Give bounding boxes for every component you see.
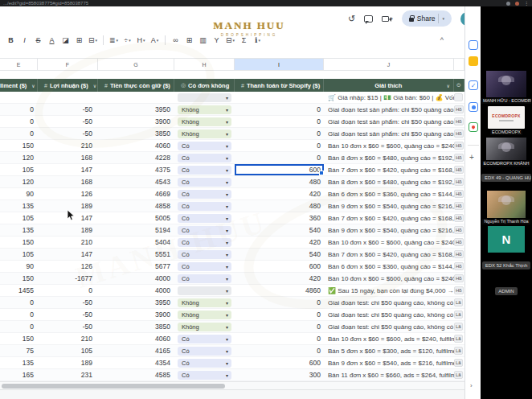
order-dropdown-chip[interactable]: Không▾ [178, 130, 231, 138]
cell-profit[interactable]: 126 [38, 188, 98, 200]
cell-shopify[interactable]: 0 [235, 104, 324, 115]
cell-note[interactable]: Bán 8 đơn x $60 = $480, quảng cáo = $192… [324, 152, 454, 163]
cell-profit[interactable]: -50 [38, 297, 98, 308]
cell-tag[interactable]: Hồ [454, 164, 464, 175]
order-dropdown-chip[interactable]: Không▾ [178, 323, 231, 331]
cell-cash[interactable]: 3950 [98, 297, 174, 308]
cell-profit[interactable]: -50 [38, 321, 98, 332]
cell-tag[interactable]: Lã [454, 333, 464, 344]
cell-tag[interactable]: Hồ [454, 285, 464, 296]
cell-order[interactable]: Có▾ [174, 212, 235, 224]
participant-logo-tile[interactable]: ECOMDROPX [488, 106, 525, 129]
cell-fulfillment[interactable]: 90 [0, 188, 38, 200]
order-dropdown-chip[interactable]: Có▾ [178, 371, 231, 380]
cell-fulfillment[interactable]: 0 [0, 297, 38, 308]
cell-cash[interactable]: 4165 [98, 345, 174, 356]
cell-cash[interactable]: 4669 [98, 188, 174, 200]
cell-cash[interactable]: 5551 [98, 249, 174, 260]
chevron-down-icon[interactable]: ∨ [31, 83, 35, 88]
tag-chip[interactable]: Hồ [454, 166, 464, 174]
cell-tag[interactable] [454, 92, 464, 103]
cell-profit[interactable]: 189 [38, 200, 98, 212]
cell-tag[interactable]: Lã [454, 321, 464, 332]
cell-tag[interactable]: Hồ [454, 188, 464, 200]
order-dropdown-chip[interactable]: Có▾ [178, 190, 231, 199]
share-button[interactable]: Share ▾ [402, 10, 452, 27]
cell-tag[interactable]: Lã [454, 369, 464, 380]
order-dropdown-chip[interactable]: Không▾ [178, 311, 231, 319]
cell-fulfillment[interactable]: 90 [0, 261, 38, 272]
toolbar-create-filter-icon[interactable]: Y [211, 34, 223, 47]
extension-icon[interactable] [515, 2, 519, 6]
toolbar-table-views-icon[interactable]: ⊟▾ [224, 34, 236, 47]
participant-video-tile[interactable] [487, 191, 526, 218]
toolbar-functions-icon[interactable]: Σ [238, 34, 250, 47]
cell-fulfillment[interactable]: 135 [0, 357, 38, 368]
participant-video-tile[interactable] [486, 71, 526, 97]
cell-tag[interactable]: Hồ [454, 212, 464, 224]
toolbar-more-icon[interactable]: ℹ▾ [252, 34, 264, 47]
column-letter-F[interactable]: F [38, 59, 98, 70]
cell-note[interactable]: Bán 10 đơn x $60 = $600, quảng cáo = $24… [324, 237, 454, 248]
cell-shopify[interactable]: 420 [235, 188, 324, 200]
column-letter-J[interactable]: J [324, 59, 454, 70]
cell-tag[interactable]: Lã [454, 345, 464, 356]
cell-fulfillment[interactable]: 75 [0, 345, 38, 356]
comment-icon[interactable] [364, 15, 373, 23]
cell-shopify[interactable]: 540 [235, 224, 324, 236]
cell-shopify[interactable]: 480 [235, 200, 324, 212]
tag-chip[interactable]: Lã [454, 347, 463, 355]
cell-profit[interactable]: 147 [38, 249, 98, 260]
cell-profit[interactable]: -50 [38, 309, 98, 320]
order-dropdown-chip[interactable]: Có▾ [178, 142, 231, 150]
cell-shopify[interactable]: 600 [235, 357, 324, 368]
cell-note[interactable]: Bán 7 đơn x $60 = $420, quảng cáo = $168… [324, 249, 454, 260]
cell-order[interactable]: Có▾ [174, 357, 235, 368]
cell-tag[interactable]: Hồ [454, 128, 464, 139]
cell-order[interactable]: Có▾ [174, 273, 235, 284]
cell-note[interactable]: Bán 11 đơn x $60 = $660, ads = $264, ful… [324, 369, 454, 380]
cell-tag[interactable]: Hồ [454, 176, 464, 187]
tag-chip[interactable]: Lã [454, 371, 463, 379]
cell-tag[interactable]: Lã [454, 309, 464, 320]
tag-chip[interactable]: Hồ [454, 154, 464, 162]
tag-chip[interactable]: Hồ [454, 214, 464, 222]
tag-chip[interactable]: Hồ [454, 286, 464, 294]
toolbar-borders-icon[interactable]: ⊞ [73, 34, 85, 47]
cell-order[interactable]: Có▾ [174, 237, 235, 248]
tag-chip[interactable] [454, 93, 463, 101]
participant-initial-tile[interactable]: N [488, 226, 525, 253]
cell-tag[interactable]: Hồ [454, 116, 464, 127]
order-dropdown-chip[interactable]: Có▾ [178, 166, 231, 175]
toolbar-strikethrough-icon[interactable]: S [32, 34, 44, 47]
cell-profit[interactable]: 189 [38, 224, 98, 236]
cell-profit[interactable]: 168 [38, 152, 98, 163]
cell-fulfillment[interactable]: 105 [0, 212, 38, 224]
order-dropdown-chip[interactable]: Có▾ [178, 262, 231, 271]
tag-chip[interactable]: Lã [454, 323, 463, 331]
cell-note[interactable]: Bán 7 đơn x $60 = $420, quảng cáo = $168… [324, 164, 454, 175]
cell-shopify[interactable]: 540 [235, 249, 324, 260]
toolbar-text-rotation-icon[interactable]: A▾ [149, 34, 161, 47]
participant-video-tile[interactable] [486, 138, 526, 160]
cell-cash[interactable]: 5677 [98, 261, 174, 272]
order-dropdown-chip[interactable]: Có▾ [178, 154, 231, 162]
tasks-icon[interactable]: ✓ [469, 80, 478, 90]
tag-chip[interactable]: Hồ [454, 250, 464, 258]
cell-tag[interactable]: Hồ [454, 261, 464, 272]
cell-cash[interactable]: 4543 [98, 176, 174, 187]
order-dropdown-chip[interactable]: ▾ [178, 286, 231, 295]
toolbar-italic-icon[interactable]: I [18, 34, 31, 47]
cell-order[interactable]: Có▾ [174, 200, 235, 212]
cell-tag[interactable]: Hồ [454, 104, 464, 115]
column-letter-I[interactable]: I [235, 59, 324, 70]
cell-profit[interactable]: 210 [38, 140, 98, 151]
cell-profit[interactable]: -1677 [38, 273, 98, 284]
cell-shopify[interactable]: 0 [235, 116, 324, 127]
cell-profit[interactable]: 105 [38, 345, 98, 356]
cell-fulfillment[interactable]: 120 [0, 176, 38, 187]
tag-chip[interactable]: Lã [454, 359, 463, 367]
toolbar-vertical-align-icon[interactable]: ÷▾ [121, 34, 133, 47]
cell-shopify[interactable]: 0 [235, 321, 324, 332]
cell-tag[interactable]: Hồ [454, 140, 464, 151]
